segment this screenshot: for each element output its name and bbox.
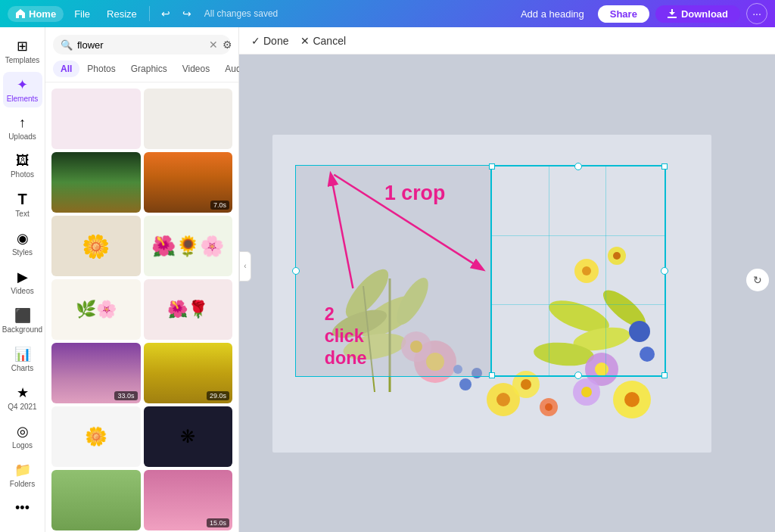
grid-item[interactable]: 15.0s xyxy=(144,470,233,530)
logos-icon: ◎ xyxy=(17,423,29,440)
grid-item[interactable] xyxy=(144,89,233,149)
folders-label: Folders xyxy=(10,480,35,488)
sidebar-item-styles[interactable]: ◉ Styles xyxy=(3,226,42,261)
refresh-button[interactable]: ↻ xyxy=(746,269,769,291)
grid-item[interactable] xyxy=(51,152,141,213)
search-filter-button[interactable]: ⚙ xyxy=(223,39,232,51)
search-panel: 🔍 ✕ ⚙ All Photos Graphics Videos Audio 7… xyxy=(45,27,239,532)
more-icon: ••• xyxy=(15,500,30,516)
svg-point-35 xyxy=(545,403,552,411)
nav-right-group: Add a heading Share Download ··· xyxy=(513,3,767,24)
svg-point-29 xyxy=(581,387,592,397)
svg-point-13 xyxy=(453,365,462,374)
canvas-area: ✓ Done ✕ Cancel xyxy=(239,27,775,532)
duration-badge: 15.0s xyxy=(207,518,229,527)
grid-item[interactable]: 🌺🌹 xyxy=(144,279,233,340)
grid-item[interactable]: 🌿🌸 xyxy=(51,279,141,340)
search-input[interactable] xyxy=(77,39,204,51)
sidebar-item-q42021[interactable]: ★ Q4 2021 xyxy=(3,380,42,415)
background-icon: ⬛ xyxy=(14,307,31,324)
file-button[interactable]: File xyxy=(68,6,96,22)
tab-all[interactable]: All xyxy=(53,61,79,77)
svg-point-27 xyxy=(595,362,608,376)
grid-item[interactable] xyxy=(51,89,141,149)
q42021-icon: ★ xyxy=(17,384,29,401)
sidebar-item-background[interactable]: ⬛ Background xyxy=(3,303,42,338)
svg-point-8 xyxy=(426,353,444,371)
duration-badge: 29.0s xyxy=(207,391,229,400)
more-options-button[interactable]: ··· xyxy=(746,3,767,24)
grid-item[interactable]: ❋ xyxy=(144,406,233,467)
text-label: Text xyxy=(15,210,29,218)
sidebar-item-photos[interactable]: 🖼 Photos xyxy=(3,148,42,183)
undo-button[interactable]: ↩ xyxy=(156,4,176,23)
filter-tabs: All Photos Graphics Videos Audio xyxy=(45,59,238,82)
check-icon: ✓ xyxy=(251,35,260,47)
sidebar-item-templates[interactable]: ⊞ Templates xyxy=(3,33,42,69)
tab-videos[interactable]: Videos xyxy=(175,61,217,77)
search-icon: 🔍 xyxy=(61,39,73,51)
sidebar-item-logos[interactable]: ◎ Logos xyxy=(3,418,42,454)
search-input-wrap: 🔍 ✕ ⚙ xyxy=(53,35,231,54)
svg-point-12 xyxy=(472,368,482,378)
sidebar-item-more[interactable]: ••• xyxy=(3,496,42,521)
svg-point-17 xyxy=(521,379,531,390)
videos-icon: ▶ xyxy=(17,269,28,285)
uploads-label: Uploads xyxy=(8,132,36,141)
grid-item[interactable]: 🌺🌻🌸 xyxy=(144,216,233,276)
svg-point-31 xyxy=(640,347,655,362)
add-heading-button[interactable]: Add a heading xyxy=(513,5,592,23)
main-layout: ⊞ Templates ✦ Elements ↑ Uploads 🖼 Photo… xyxy=(0,27,775,532)
styles-label: Styles xyxy=(12,248,33,257)
saved-status: All changes saved xyxy=(204,8,278,19)
x-icon: ✕ xyxy=(300,35,310,47)
uploads-icon: ↑ xyxy=(19,115,26,131)
sidebar: ⊞ Templates ✦ Elements ↑ Uploads 🖼 Photo… xyxy=(0,27,45,532)
tab-graphics[interactable]: Graphics xyxy=(123,61,175,77)
download-button[interactable]: Download xyxy=(655,5,740,23)
flower-svg xyxy=(295,165,696,430)
grid-item[interactable] xyxy=(51,470,141,530)
canvas-workspace: 1 crop 2 click done xyxy=(272,135,711,453)
sidebar-item-text[interactable]: T Text xyxy=(3,186,42,222)
q42021-label: Q4 2021 xyxy=(8,403,36,411)
elements-icon: ✦ xyxy=(17,76,28,93)
grid-item[interactable]: 🌼 xyxy=(51,216,141,276)
flower-illustration xyxy=(295,165,696,430)
svg-point-19 xyxy=(582,266,591,275)
charts-label: Charts xyxy=(11,364,33,372)
grid-item[interactable]: 🌼 xyxy=(51,406,141,467)
grid-item[interactable]: 29.0s xyxy=(144,343,233,403)
styles-icon: ◉ xyxy=(17,230,29,247)
nav-divider xyxy=(149,6,150,21)
sidebar-item-videos[interactable]: ▶ Videos xyxy=(3,264,42,300)
svg-point-30 xyxy=(629,321,650,342)
share-button[interactable]: Share xyxy=(598,5,649,23)
grid-item[interactable]: 7.0s xyxy=(144,152,233,213)
sidebar-item-folders[interactable]: 📁 Folders xyxy=(3,457,42,493)
sidebar-item-uploads[interactable]: ↑ Uploads xyxy=(3,110,42,145)
download-icon xyxy=(668,9,677,18)
cancel-button[interactable]: ✕ Cancel xyxy=(300,35,346,47)
resize-button[interactable]: Resize xyxy=(101,6,143,22)
done-button[interactable]: ✓ Done xyxy=(251,35,288,47)
background-label: Background xyxy=(2,325,42,334)
tab-photos[interactable]: Photos xyxy=(79,61,123,77)
sidebar-item-charts[interactable]: 📊 Charts xyxy=(3,341,42,377)
duration-badge: 7.0s xyxy=(210,201,229,210)
svg-point-33 xyxy=(624,392,640,407)
canvas-content: 1 crop 2 click done xyxy=(239,54,745,532)
duration-badge: 33.0s xyxy=(114,391,137,400)
grid-item[interactable]: 33.0s xyxy=(51,343,141,403)
home-button[interactable]: Home xyxy=(8,6,64,22)
svg-point-21 xyxy=(613,252,621,260)
text-icon: T xyxy=(17,191,26,208)
results-grid: 7.0s 🌼 🌺🌻🌸 🌿🌸 🌺🌹 33.0s xyxy=(45,82,238,532)
download-label: Download xyxy=(681,8,728,20)
search-clear-button[interactable]: ✕ xyxy=(209,39,218,51)
templates-label: Templates xyxy=(5,56,40,64)
done-cancel-bar: ✓ Done ✕ Cancel xyxy=(239,27,775,54)
sidebar-item-elements[interactable]: ✦ Elements xyxy=(3,72,42,107)
panel-collapse-button[interactable]: ‹ xyxy=(239,251,251,282)
redo-button[interactable]: ↪ xyxy=(177,4,197,23)
